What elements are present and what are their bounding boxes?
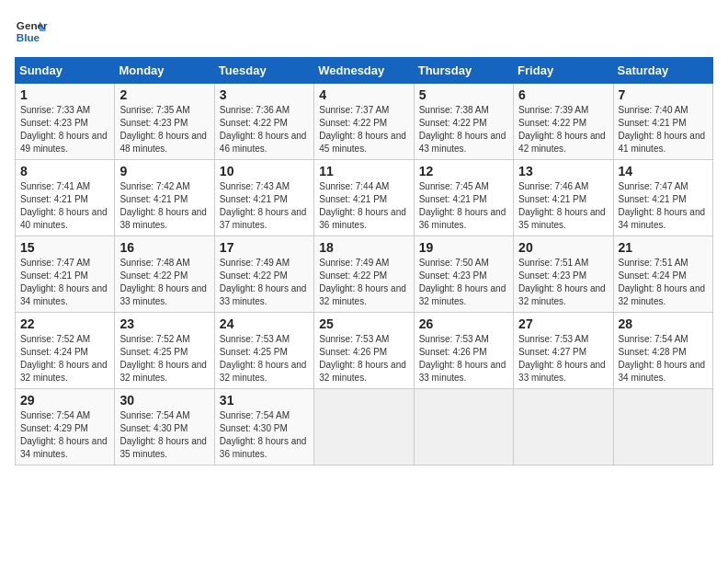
- day-number: 15: [20, 240, 109, 255]
- calendar-cell: 1 Sunrise: 7:33 AMSunset: 4:23 PMDayligh…: [16, 84, 115, 160]
- day-number: 21: [619, 240, 708, 255]
- day-detail: Sunrise: 7:47 AMSunset: 4:21 PMDaylight:…: [619, 181, 706, 230]
- day-number: 12: [419, 164, 508, 178]
- day-detail: Sunrise: 7:39 AMSunset: 4:22 PMDaylight:…: [518, 105, 606, 154]
- day-detail: Sunrise: 7:40 AMSunset: 4:21 PMDaylight:…: [619, 105, 706, 154]
- day-detail: Sunrise: 7:36 AMSunset: 4:22 PMDaylight:…: [220, 105, 307, 154]
- day-number: 30: [119, 393, 209, 408]
- calendar-cell: 11 Sunrise: 7:44 AMSunset: 4:21 PMDaylig…: [314, 160, 414, 236]
- weekday-header-saturday: Saturday: [613, 58, 712, 84]
- day-number: 14: [619, 164, 708, 178]
- logo-icon: General Blue: [15, 15, 48, 48]
- weekday-header-tuesday: Tuesday: [214, 58, 313, 84]
- calendar-cell: 19 Sunrise: 7:50 AMSunset: 4:23 PMDaylig…: [414, 236, 513, 313]
- day-detail: Sunrise: 7:43 AMSunset: 4:21 PMDaylight:…: [220, 181, 307, 230]
- day-detail: Sunrise: 7:52 AMSunset: 4:25 PMDaylight:…: [119, 334, 207, 383]
- day-detail: Sunrise: 7:33 AMSunset: 4:23 PMDaylight:…: [20, 105, 108, 154]
- weekday-header-wednesday: Wednesday: [314, 58, 414, 84]
- day-detail: Sunrise: 7:53 AMSunset: 4:25 PMDaylight:…: [220, 334, 307, 383]
- day-detail: Sunrise: 7:45 AMSunset: 4:21 PMDaylight:…: [419, 181, 506, 230]
- calendar-cell: 7 Sunrise: 7:40 AMSunset: 4:21 PMDayligh…: [613, 84, 712, 160]
- day-detail: Sunrise: 7:41 AMSunset: 4:21 PMDaylight:…: [20, 181, 108, 230]
- calendar-cell: 3 Sunrise: 7:36 AMSunset: 4:22 PMDayligh…: [214, 84, 313, 160]
- svg-text:Blue: Blue: [17, 31, 40, 43]
- calendar-week-row: 8 Sunrise: 7:41 AMSunset: 4:21 PMDayligh…: [16, 160, 713, 236]
- day-number: 10: [220, 164, 309, 178]
- day-number: 9: [119, 164, 209, 178]
- day-detail: Sunrise: 7:54 AMSunset: 4:29 PMDaylight:…: [20, 410, 108, 459]
- calendar-cell: 22 Sunrise: 7:52 AMSunset: 4:24 PMDaylig…: [16, 313, 115, 389]
- day-number: 17: [220, 240, 309, 255]
- day-number: 20: [518, 240, 608, 255]
- day-number: 2: [119, 87, 209, 102]
- day-detail: Sunrise: 7:52 AMSunset: 4:24 PMDaylight:…: [20, 334, 108, 383]
- calendar-cell: [613, 389, 712, 465]
- calendar-cell: 31 Sunrise: 7:54 AMSunset: 4:30 PMDaylig…: [214, 389, 313, 465]
- calendar-cell: 16 Sunrise: 7:48 AMSunset: 4:22 PMDaylig…: [115, 236, 214, 313]
- calendar-week-row: 22 Sunrise: 7:52 AMSunset: 4:24 PMDaylig…: [16, 313, 713, 389]
- weekday-header-sunday: Sunday: [16, 58, 115, 84]
- weekday-header-thursday: Thursday: [414, 58, 513, 84]
- day-number: 29: [20, 393, 109, 408]
- weekday-header-friday: Friday: [514, 58, 613, 84]
- day-detail: Sunrise: 7:35 AMSunset: 4:23 PMDaylight:…: [119, 105, 207, 154]
- calendar-cell: 29 Sunrise: 7:54 AMSunset: 4:29 PMDaylig…: [16, 389, 115, 465]
- day-number: 24: [220, 316, 309, 331]
- logo: General Blue: [15, 15, 51, 48]
- day-detail: Sunrise: 7:53 AMSunset: 4:26 PMDaylight:…: [319, 334, 406, 383]
- calendar-cell: 14 Sunrise: 7:47 AMSunset: 4:21 PMDaylig…: [613, 160, 712, 236]
- day-number: 28: [619, 316, 708, 331]
- day-number: 13: [518, 164, 608, 178]
- day-detail: Sunrise: 7:54 AMSunset: 4:30 PMDaylight:…: [119, 410, 207, 459]
- calendar-cell: 17 Sunrise: 7:49 AMSunset: 4:22 PMDaylig…: [214, 236, 313, 313]
- calendar-cell: 23 Sunrise: 7:52 AMSunset: 4:25 PMDaylig…: [115, 313, 214, 389]
- calendar-cell: 25 Sunrise: 7:53 AMSunset: 4:26 PMDaylig…: [314, 313, 414, 389]
- calendar-cell: [414, 389, 513, 465]
- day-number: 4: [319, 87, 408, 102]
- page-header: General Blue: [15, 15, 713, 48]
- day-detail: Sunrise: 7:49 AMSunset: 4:22 PMDaylight:…: [319, 258, 406, 306]
- day-detail: Sunrise: 7:51 AMSunset: 4:24 PMDaylight:…: [619, 258, 706, 306]
- day-detail: Sunrise: 7:37 AMSunset: 4:22 PMDaylight:…: [319, 105, 406, 154]
- day-number: 7: [619, 87, 708, 102]
- calendar-table: SundayMondayTuesdayWednesdayThursdayFrid…: [15, 57, 713, 465]
- day-detail: Sunrise: 7:48 AMSunset: 4:22 PMDaylight:…: [119, 258, 207, 306]
- day-detail: Sunrise: 7:54 AMSunset: 4:28 PMDaylight:…: [619, 334, 706, 383]
- day-number: 26: [419, 316, 508, 331]
- weekday-header-monday: Monday: [115, 58, 214, 84]
- calendar-cell: 8 Sunrise: 7:41 AMSunset: 4:21 PMDayligh…: [16, 160, 115, 236]
- day-number: 19: [419, 240, 508, 255]
- day-number: 23: [119, 316, 209, 331]
- calendar-cell: 5 Sunrise: 7:38 AMSunset: 4:22 PMDayligh…: [414, 84, 513, 160]
- calendar-cell: 9 Sunrise: 7:42 AMSunset: 4:21 PMDayligh…: [115, 160, 214, 236]
- calendar-week-row: 1 Sunrise: 7:33 AMSunset: 4:23 PMDayligh…: [16, 84, 713, 160]
- day-detail: Sunrise: 7:42 AMSunset: 4:21 PMDaylight:…: [119, 181, 207, 230]
- day-detail: Sunrise: 7:38 AMSunset: 4:22 PMDaylight:…: [419, 105, 506, 154]
- calendar-cell: 15 Sunrise: 7:47 AMSunset: 4:21 PMDaylig…: [16, 236, 115, 313]
- calendar-cell: 24 Sunrise: 7:53 AMSunset: 4:25 PMDaylig…: [214, 313, 313, 389]
- calendar-cell: 12 Sunrise: 7:45 AMSunset: 4:21 PMDaylig…: [414, 160, 513, 236]
- calendar-cell: 6 Sunrise: 7:39 AMSunset: 4:22 PMDayligh…: [514, 84, 613, 160]
- day-number: 11: [319, 164, 408, 178]
- day-number: 6: [518, 87, 608, 102]
- calendar-cell: 30 Sunrise: 7:54 AMSunset: 4:30 PMDaylig…: [115, 389, 214, 465]
- day-number: 31: [220, 393, 309, 408]
- day-detail: Sunrise: 7:44 AMSunset: 4:21 PMDaylight:…: [319, 181, 406, 230]
- calendar-cell: [314, 389, 414, 465]
- calendar-cell: 28 Sunrise: 7:54 AMSunset: 4:28 PMDaylig…: [613, 313, 712, 389]
- day-number: 18: [319, 240, 408, 255]
- day-detail: Sunrise: 7:50 AMSunset: 4:23 PMDaylight:…: [419, 258, 506, 306]
- day-number: 22: [20, 316, 109, 331]
- day-detail: Sunrise: 7:51 AMSunset: 4:23 PMDaylight:…: [518, 258, 606, 306]
- day-detail: Sunrise: 7:47 AMSunset: 4:21 PMDaylight:…: [20, 258, 108, 306]
- day-number: 16: [119, 240, 209, 255]
- day-number: 8: [20, 164, 109, 178]
- day-detail: Sunrise: 7:49 AMSunset: 4:22 PMDaylight:…: [220, 258, 307, 306]
- calendar-header-row: SundayMondayTuesdayWednesdayThursdayFrid…: [16, 58, 713, 84]
- calendar-cell: 18 Sunrise: 7:49 AMSunset: 4:22 PMDaylig…: [314, 236, 414, 313]
- calendar-cell: 10 Sunrise: 7:43 AMSunset: 4:21 PMDaylig…: [214, 160, 313, 236]
- day-number: 25: [319, 316, 408, 331]
- calendar-cell: 26 Sunrise: 7:53 AMSunset: 4:26 PMDaylig…: [414, 313, 513, 389]
- calendar-cell: 13 Sunrise: 7:46 AMSunset: 4:21 PMDaylig…: [514, 160, 613, 236]
- day-number: 1: [20, 87, 109, 102]
